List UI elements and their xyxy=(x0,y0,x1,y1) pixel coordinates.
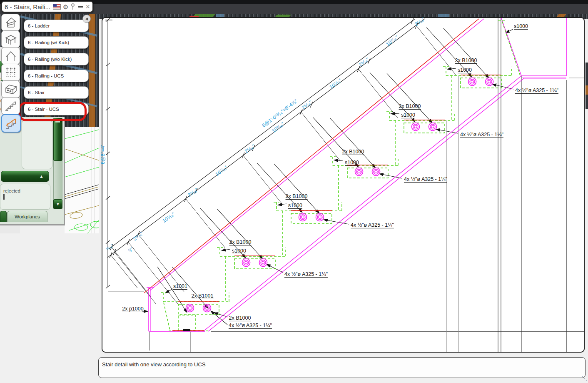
dim-rise: 2⁵⁄₁₆" xyxy=(132,231,145,242)
dim-run: 10⁷⁄₁₆" xyxy=(385,35,399,47)
catalog-item-railing-nokick[interactable]: 6 - Railing (w/o Kick) xyxy=(24,53,89,65)
red-highlight-annotation xyxy=(18,102,87,121)
part-label-b1000: 2x B1000 xyxy=(229,240,252,245)
tool-stair-button[interactable] xyxy=(1,97,20,115)
dim-rise: 2⁵⁄₁₆" xyxy=(244,143,256,154)
collapse-icon: ◀ xyxy=(85,17,88,21)
part-label-bolt: 4x ½"ø A325 - 1¼" xyxy=(229,323,272,329)
caption-text: Stair detail with one view according to … xyxy=(102,361,206,368)
strip-blue-bit xyxy=(216,14,224,18)
gear-icon[interactable]: ⚙ xyxy=(63,4,68,10)
strip-red-mark xyxy=(189,16,199,17)
part-label-bolt: 4x ½"ø A325 - 1¼" xyxy=(404,177,447,183)
part-label-s1000: s1000 xyxy=(288,203,302,209)
part-label-b1000: 2x B1000 xyxy=(455,58,477,64)
dim-rise: 2⁵⁄₁₆" xyxy=(358,57,370,68)
dim-rise: 2⁵⁄₁₆" xyxy=(187,187,199,198)
tab-workplanes-label: Workplanes xyxy=(15,214,40,219)
window-title: 6 - Stairs, Raili... xyxy=(5,3,51,10)
part-label-b1000: 2x B1000 xyxy=(286,194,308,200)
grid-icon xyxy=(4,66,17,79)
dim-start: ¹³⁄₁₆" xyxy=(105,243,115,252)
model-view-strip xyxy=(99,14,588,19)
item-label: 6 - Ladder xyxy=(28,23,50,28)
favorites-list-empty[interactable] xyxy=(22,120,52,169)
part-label-b1001: 2x B1001 xyxy=(192,293,214,299)
scrollbar-thumb[interactable] xyxy=(53,118,62,161)
tool-frame-button[interactable] xyxy=(1,14,20,31)
component-window-titlebar[interactable]: 6 - Stairs, Raili... ⚙ × xyxy=(1,1,93,13)
part-label-b1000: 2x B1000 xyxy=(399,104,421,110)
part-label-s1000: s1000 xyxy=(401,113,415,118)
scroll-down-button[interactable]: ▼ xyxy=(53,199,62,209)
collapse-panel-button[interactable]: ◀ xyxy=(82,15,91,23)
tab-workplanes[interactable]: Workplanes xyxy=(7,211,47,222)
strip-green-member xyxy=(274,15,292,18)
frame-icon xyxy=(4,16,17,29)
down-arrow-icon: ▼ xyxy=(56,202,60,206)
part-label-s1000: s1000 xyxy=(514,24,528,30)
panel-seam xyxy=(96,227,96,383)
pin-icon[interactable] xyxy=(71,3,75,10)
part-label-s1000: s1000 xyxy=(458,68,472,73)
beam-icon xyxy=(4,83,17,95)
dim-run: 10⁷⁄₁₆" xyxy=(271,121,285,134)
tool-grid-button[interactable] xyxy=(1,64,20,81)
tab-selected-partial[interactable] xyxy=(0,211,7,222)
part-label-s1000: s1000 xyxy=(345,160,359,166)
part-label-bolt: 4x ½"ø A325 - 1¼" xyxy=(515,88,558,94)
item-label: 6 - Stair xyxy=(28,90,45,95)
part-label-s1000: s1000 xyxy=(232,248,246,254)
part-label-bolt: 4x ½"ø A325 - 1¼" xyxy=(351,223,394,228)
tool-house-button[interactable] xyxy=(1,47,20,65)
part-label-b1000: 2x B1000 xyxy=(342,149,364,155)
catalog-item-railing-kick[interactable]: 6 - Railing (w/ Kick) xyxy=(24,36,89,49)
collapse-section-button[interactable]: ▲ xyxy=(1,171,49,182)
close-icon[interactable]: × xyxy=(85,3,90,10)
catalog-item-ladder[interactable]: 6 - Ladder xyxy=(24,20,89,32)
dim-three: 3" xyxy=(127,247,134,254)
strip-blue-bit xyxy=(438,14,449,18)
part-label-bolt: 4x ½"ø A325 - 1¼" xyxy=(460,132,503,138)
part-label-s1001: s1001 xyxy=(173,284,187,290)
model-edge-orange xyxy=(586,85,588,95)
formwork-icon xyxy=(4,33,17,45)
wireframe-lines xyxy=(65,127,99,233)
stair-icon xyxy=(4,100,17,112)
dim-vertical: 6@8"=4' xyxy=(100,145,106,164)
part-label-p1000: 2x p1000 xyxy=(122,306,143,312)
tool-beam-button[interactable] xyxy=(1,80,20,98)
tool-formwork-button[interactable] xyxy=(1,30,20,48)
dim-run: 10⁷⁄₁₆" xyxy=(214,165,229,177)
status-list[interactable]: rejected xyxy=(0,184,50,210)
dim-run: 10⁷⁄₁₆" xyxy=(329,78,343,90)
up-arrow-icon: ▲ xyxy=(39,174,44,179)
catalog-item-railing-ucs[interactable]: 6 - Railing - UCS xyxy=(24,70,89,82)
drawing-caption-field[interactable]: Stair detail with one view according to … xyxy=(98,357,586,378)
dim-run: 10⁷⁄₁₆" xyxy=(162,211,176,224)
item-label: 6 - Railing (w/ Kick) xyxy=(28,40,69,45)
minimize-icon[interactable] xyxy=(78,6,83,8)
part-label-bolt: 4x ½"ø A325 - 1¼" xyxy=(284,272,328,278)
catalog-item-stair[interactable]: 6 - Stair xyxy=(24,86,89,99)
stair-railing-icon xyxy=(5,117,18,130)
us-flag-icon[interactable] xyxy=(53,4,61,10)
dim-rise: 2⁵⁄₁₆" xyxy=(301,100,313,110)
item-label: 6 - Railing (w/o Kick) xyxy=(28,57,72,62)
house-icon xyxy=(4,50,17,62)
item-label: 6 - Railing - UCS xyxy=(28,73,64,78)
part-label-b1000: 2x B1000 xyxy=(229,315,251,321)
app-root: { "titlebar": { "title": "6 - Stairs, Ra… xyxy=(0,0,588,383)
truncated-text-fragment xyxy=(3,194,5,200)
tool-stair-ucs-button-selected[interactable] xyxy=(1,114,21,133)
status-text: rejected xyxy=(3,188,50,194)
resize-grip[interactable] xyxy=(581,375,587,381)
